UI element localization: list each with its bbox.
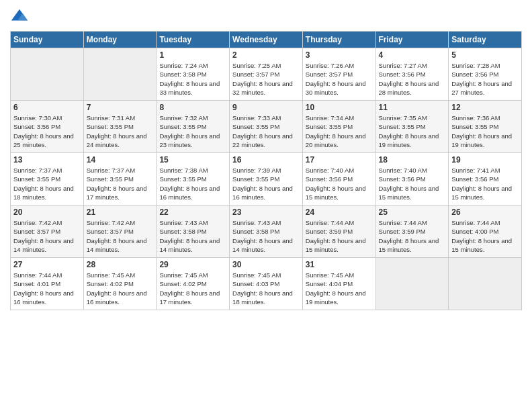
day-number: 29: [159, 260, 226, 269]
day-info: Sunrise: 7:44 AMSunset: 3:59 PMDaylight:…: [306, 218, 373, 254]
day-info: Sunrise: 7:25 AMSunset: 3:57 PMDaylight:…: [232, 61, 300, 97]
day-number: 24: [306, 208, 373, 217]
calendar-day-header: Thursday: [302, 32, 375, 48]
calendar-day-header: Saturday: [449, 32, 522, 48]
day-number: 26: [451, 208, 519, 217]
calendar-cell: 2Sunrise: 7:25 AMSunset: 3:57 PMDaylight…: [230, 48, 303, 101]
day-number: 23: [232, 208, 300, 217]
calendar-cell: [449, 258, 522, 310]
day-number: 25: [379, 208, 446, 217]
logo: [10, 7, 32, 26]
calendar-cell: 20Sunrise: 7:42 AMSunset: 3:57 PMDayligh…: [11, 205, 84, 258]
day-info: Sunrise: 7:27 AMSunset: 3:56 PMDaylight:…: [379, 61, 446, 97]
calendar-cell: 26Sunrise: 7:44 AMSunset: 4:00 PMDayligh…: [449, 205, 522, 258]
day-info: Sunrise: 7:44 AMSunset: 4:01 PMDaylight:…: [13, 271, 81, 306]
calendar-cell: 10Sunrise: 7:34 AMSunset: 3:55 PMDayligh…: [302, 101, 375, 153]
day-info: Sunrise: 7:41 AMSunset: 3:56 PMDaylight:…: [451, 166, 519, 201]
calendar-week-row: 6Sunrise: 7:30 AMSunset: 3:56 PMDaylight…: [11, 101, 522, 153]
calendar-day-header: Sunday: [11, 32, 84, 48]
calendar-day-header: Monday: [83, 32, 157, 48]
calendar-cell: 23Sunrise: 7:43 AMSunset: 3:58 PMDayligh…: [230, 205, 303, 258]
day-info: Sunrise: 7:43 AMSunset: 3:58 PMDaylight:…: [232, 218, 300, 254]
day-number: 5: [451, 50, 519, 60]
day-info: Sunrise: 7:34 AMSunset: 3:55 PMDaylight:…: [306, 113, 373, 149]
calendar-table: SundayMondayTuesdayWednesdayThursdayFrid…: [10, 31, 522, 310]
calendar-cell: 13Sunrise: 7:37 AMSunset: 3:55 PMDayligh…: [11, 153, 84, 205]
day-number: 30: [232, 260, 300, 269]
calendar-cell: 25Sunrise: 7:44 AMSunset: 3:59 PMDayligh…: [375, 205, 449, 258]
calendar-cell: 11Sunrise: 7:35 AMSunset: 3:55 PMDayligh…: [375, 101, 449, 153]
day-info: Sunrise: 7:38 AMSunset: 3:55 PMDaylight:…: [159, 166, 226, 201]
calendar-cell: 31Sunrise: 7:45 AMSunset: 4:04 PMDayligh…: [302, 258, 375, 310]
logo-icon: [10, 7, 29, 26]
calendar-cell: 28Sunrise: 7:45 AMSunset: 4:02 PMDayligh…: [83, 258, 157, 310]
day-info: Sunrise: 7:39 AMSunset: 3:55 PMDaylight:…: [232, 166, 300, 201]
day-number: 19: [451, 155, 519, 165]
calendar-cell: 12Sunrise: 7:36 AMSunset: 3:55 PMDayligh…: [449, 101, 522, 153]
calendar-cell: 19Sunrise: 7:41 AMSunset: 3:56 PMDayligh…: [449, 153, 522, 205]
day-number: 22: [159, 208, 226, 217]
calendar-week-row: 20Sunrise: 7:42 AMSunset: 3:57 PMDayligh…: [11, 205, 522, 258]
calendar-cell: 16Sunrise: 7:39 AMSunset: 3:55 PMDayligh…: [230, 153, 303, 205]
day-number: 11: [379, 103, 446, 112]
calendar-cell: 18Sunrise: 7:40 AMSunset: 3:56 PMDayligh…: [375, 153, 449, 205]
day-number: 3: [306, 50, 373, 60]
day-number: 20: [13, 208, 81, 217]
day-number: 15: [159, 155, 226, 165]
day-number: 27: [13, 260, 81, 269]
day-info: Sunrise: 7:44 AMSunset: 4:00 PMDaylight:…: [451, 218, 519, 254]
day-info: Sunrise: 7:44 AMSunset: 3:59 PMDaylight:…: [379, 218, 446, 254]
day-info: Sunrise: 7:30 AMSunset: 3:56 PMDaylight:…: [13, 113, 81, 149]
day-info: Sunrise: 7:32 AMSunset: 3:55 PMDaylight:…: [159, 113, 226, 149]
calendar-cell: [83, 48, 157, 101]
day-info: Sunrise: 7:36 AMSunset: 3:55 PMDaylight:…: [451, 113, 519, 149]
calendar-cell: 6Sunrise: 7:30 AMSunset: 3:56 PMDaylight…: [11, 101, 84, 153]
calendar-cell: [11, 48, 84, 101]
day-number: 8: [159, 103, 226, 112]
day-info: Sunrise: 7:28 AMSunset: 3:56 PMDaylight:…: [451, 61, 519, 97]
calendar-week-row: 27Sunrise: 7:44 AMSunset: 4:01 PMDayligh…: [11, 258, 522, 310]
day-number: 31: [306, 260, 373, 269]
day-info: Sunrise: 7:37 AMSunset: 3:55 PMDaylight:…: [87, 166, 154, 201]
day-number: 7: [87, 103, 154, 112]
page-header: [10, 7, 522, 26]
day-number: 9: [232, 103, 300, 112]
day-number: 6: [13, 103, 81, 112]
day-info: Sunrise: 7:31 AMSunset: 3:55 PMDaylight:…: [87, 113, 154, 149]
day-info: Sunrise: 7:42 AMSunset: 3:57 PMDaylight:…: [87, 218, 154, 254]
calendar-cell: 3Sunrise: 7:26 AMSunset: 3:57 PMDaylight…: [302, 48, 375, 101]
day-number: 21: [87, 208, 154, 217]
calendar-header-row: SundayMondayTuesdayWednesdayThursdayFrid…: [11, 32, 522, 48]
day-info: Sunrise: 7:45 AMSunset: 4:04 PMDaylight:…: [306, 271, 373, 306]
calendar-cell: 7Sunrise: 7:31 AMSunset: 3:55 PMDaylight…: [83, 101, 157, 153]
day-info: Sunrise: 7:24 AMSunset: 3:58 PMDaylight:…: [159, 61, 226, 97]
calendar-cell: 9Sunrise: 7:33 AMSunset: 3:55 PMDaylight…: [230, 101, 303, 153]
calendar-cell: [375, 258, 449, 310]
calendar-cell: 4Sunrise: 7:27 AMSunset: 3:56 PMDaylight…: [375, 48, 449, 101]
day-info: Sunrise: 7:35 AMSunset: 3:55 PMDaylight:…: [379, 113, 446, 149]
day-number: 28: [87, 260, 154, 269]
day-number: 1: [159, 50, 226, 60]
page-container: SundayMondayTuesdayWednesdayThursdayFrid…: [0, 0, 532, 317]
day-info: Sunrise: 7:45 AMSunset: 4:03 PMDaylight:…: [232, 271, 300, 306]
calendar-cell: 21Sunrise: 7:42 AMSunset: 3:57 PMDayligh…: [83, 205, 157, 258]
day-info: Sunrise: 7:33 AMSunset: 3:55 PMDaylight:…: [232, 113, 300, 149]
day-number: 4: [379, 50, 446, 60]
calendar-cell: 15Sunrise: 7:38 AMSunset: 3:55 PMDayligh…: [157, 153, 230, 205]
calendar-cell: 27Sunrise: 7:44 AMSunset: 4:01 PMDayligh…: [11, 258, 84, 310]
day-info: Sunrise: 7:26 AMSunset: 3:57 PMDaylight:…: [306, 61, 373, 97]
day-number: 18: [379, 155, 446, 165]
day-info: Sunrise: 7:45 AMSunset: 4:02 PMDaylight:…: [87, 271, 154, 306]
calendar-cell: 1Sunrise: 7:24 AMSunset: 3:58 PMDaylight…: [157, 48, 230, 101]
day-number: 16: [232, 155, 300, 165]
calendar-cell: 29Sunrise: 7:45 AMSunset: 4:02 PMDayligh…: [157, 258, 230, 310]
day-number: 17: [306, 155, 373, 165]
day-number: 10: [306, 103, 373, 112]
day-number: 14: [87, 155, 154, 165]
calendar-week-row: 13Sunrise: 7:37 AMSunset: 3:55 PMDayligh…: [11, 153, 522, 205]
day-info: Sunrise: 7:40 AMSunset: 3:56 PMDaylight:…: [306, 166, 373, 201]
day-info: Sunrise: 7:45 AMSunset: 4:02 PMDaylight:…: [159, 271, 226, 306]
calendar-cell: 24Sunrise: 7:44 AMSunset: 3:59 PMDayligh…: [302, 205, 375, 258]
calendar-cell: 14Sunrise: 7:37 AMSunset: 3:55 PMDayligh…: [83, 153, 157, 205]
calendar-day-header: Wednesday: [230, 32, 303, 48]
